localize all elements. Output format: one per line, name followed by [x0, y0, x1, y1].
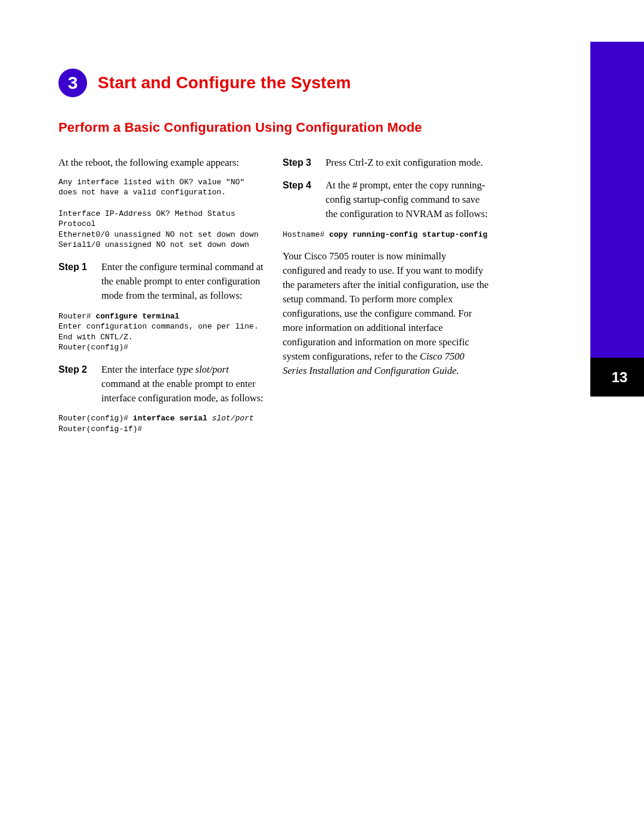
step-4: Step 4 At the # prompt, enter the copy r…: [283, 178, 489, 221]
code-block-3: Router(config)# interface serial slot/po…: [58, 413, 265, 434]
step-body: Enter the configure terminal command at …: [101, 260, 265, 303]
code-bold: copy running-config startup-config: [329, 230, 487, 239]
code-prefix: Router(config)#: [58, 414, 133, 423]
intro-text: At the reboot, the following example app…: [58, 156, 265, 170]
step-body: Enter the interface type slot/port comma…: [101, 363, 265, 405]
chapter-number-badge: 3: [58, 69, 87, 97]
step-3: Step 3 Press Ctrl-Z to exit configuratio…: [283, 156, 489, 170]
step-label: Step 2: [58, 363, 93, 405]
section-title: Perform a Basic Configuration Using Conf…: [58, 120, 489, 135]
code-prefix: Router#: [58, 312, 95, 321]
step-body: At the # prompt, enter the copy running-…: [326, 178, 489, 221]
chapter-number: 3: [68, 73, 78, 93]
page-number-tab: 13: [590, 358, 644, 397]
code-block-1: Any interface listed with OK? value "NO"…: [58, 177, 265, 250]
chapter-heading: 3 Start and Configure the System: [58, 69, 489, 97]
code-bold: configure terminal: [95, 312, 179, 321]
code-rest: Router(config-if)#: [58, 425, 142, 433]
content-columns: At the reboot, the following example app…: [58, 156, 489, 444]
chapter-title: Start and Configure the System: [98, 73, 351, 92]
code-bold: interface serial: [133, 414, 212, 423]
code-italic: slot/port: [212, 414, 253, 423]
step-label: Step 4: [283, 178, 317, 221]
step-label: Step 3: [283, 156, 317, 170]
step-2: Step 2 Enter the interface type slot/por…: [58, 363, 265, 405]
code-rest: Enter configuration commands, one per li…: [58, 322, 263, 352]
left-column: At the reboot, the following example app…: [58, 156, 265, 444]
right-column: Step 3 Press Ctrl-Z to exit configuratio…: [283, 156, 489, 444]
page-number: 13: [612, 369, 628, 386]
sidebar-purple: [590, 42, 644, 358]
code-block-4: Hostname# copy running-config startup-co…: [283, 230, 489, 240]
step-1: Step 1 Enter the configure terminal comm…: [58, 260, 265, 303]
closing-paragraph: Your Cisco 7505 router is now minimally …: [283, 249, 489, 377]
step-label: Step 1: [58, 260, 93, 303]
page-content: 3 Start and Configure the System Perform…: [0, 0, 561, 444]
code-prefix: Hostname#: [283, 230, 329, 239]
step-body: Press Ctrl-Z to exit configuration mode.: [326, 156, 489, 170]
code-block-2: Router# configure terminal Enter configu…: [58, 311, 265, 353]
